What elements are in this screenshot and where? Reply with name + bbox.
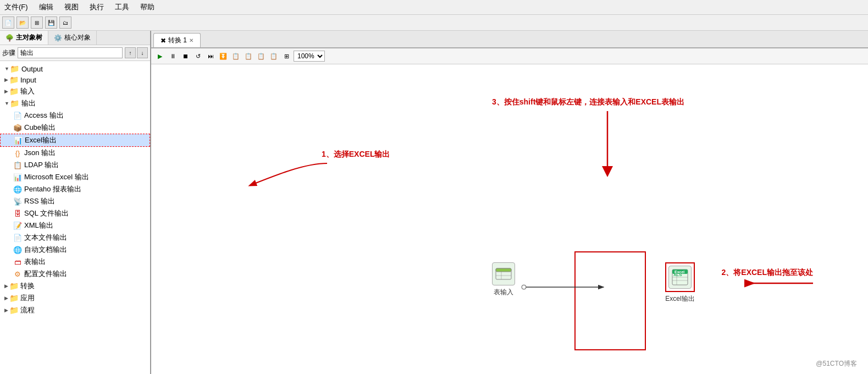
zoom-select[interactable]: 100% 75% 50% 150% (294, 51, 325, 62)
arrow-icon: ▶ (4, 295, 8, 301)
tree: ▼ 📁 Output ▶ 📁 Input ▶ 📁 输入 ▼ (0, 61, 150, 374)
tree-item-sql-output[interactable]: 🗄 SQL 文件输出 (0, 207, 150, 219)
tree-item-ldap-output[interactable]: 📋 LDAP 输出 (0, 159, 150, 171)
item-icon: 📡 (13, 197, 22, 206)
tree-item-access-output[interactable]: 📄 Access 输出 (0, 109, 150, 122)
tree-item-xml-output[interactable]: 📝 XML输出 (0, 219, 150, 232)
menu-help[interactable]: 帮助 (138, 1, 157, 13)
toolbar-save[interactable]: 💾 (45, 16, 57, 29)
item-icon: 🗄 (13, 209, 22, 218)
tree-label: Input (20, 76, 36, 84)
core-obj-label: 核心对象 (64, 33, 91, 42)
arrow-icon: ▼ (4, 66, 9, 72)
tree-label: XML输出 (24, 221, 53, 230)
item-icon: 📋 (13, 161, 22, 169)
stop-btn[interactable]: ⏹ (180, 51, 191, 62)
toolbar-save-all[interactable]: 🗂 (59, 16, 71, 29)
tree-item-json-output[interactable]: {} Json 输出 (0, 147, 150, 159)
toolbar-btn9[interactable]: 📋 (268, 51, 279, 62)
tree-item-msexcel-output[interactable]: 📊 Microsoft Excel 输出 (0, 171, 150, 183)
menu-run[interactable]: 执行 (87, 1, 106, 13)
folder-icon: 📁 (10, 99, 19, 108)
tree-item-output-cn[interactable]: ▼ 📁 输出 (0, 97, 150, 109)
node-excel-output[interactable]: XLS Excel Excel输出 (665, 262, 695, 304)
main-tree-icon: 🌳 (5, 34, 14, 42)
item-icon: 🌐 (13, 245, 22, 254)
search-buttons: ↑ ↓ (125, 47, 148, 58)
search-next-btn[interactable]: ↓ (137, 47, 148, 58)
tree-item-text-output[interactable]: 📄 文本文件输出 (0, 232, 150, 244)
tab-close-icon[interactable]: ✕ (189, 37, 193, 43)
menu-tools[interactable]: 工具 (113, 1, 131, 13)
tree-label: Microsoft Excel 输出 (24, 172, 89, 182)
tab-main-object-tree[interactable]: 🌳 主对象树 (0, 31, 48, 45)
tab-transform1[interactable]: ✖ 转换 1 ✕ (153, 33, 201, 47)
item-icon: 📊 (14, 136, 23, 145)
tree-label: RSS 输出 (24, 196, 55, 206)
toolbar-btn6[interactable]: 📋 (230, 51, 241, 62)
tree-label: SQL 文件输出 (24, 208, 69, 218)
tree-item-output-en[interactable]: ▼ 📁 Output (0, 63, 150, 74)
arrow-svg-1 (234, 158, 344, 191)
toolbar-btn10[interactable]: ⊞ (281, 51, 292, 62)
tree-item-rss-output[interactable]: 📡 RSS 输出 (0, 195, 150, 207)
tree-item-pentaho-output[interactable]: 🌐 Pentaho 报表输出 (0, 183, 150, 195)
toolbar-open[interactable]: 📂 (16, 16, 29, 29)
excel-output-icon: XLS Excel (668, 266, 692, 289)
preview-btn[interactable]: ↺ (192, 51, 203, 62)
tree-label: Cube输出 (24, 123, 56, 133)
tree-item-excel-output[interactable]: 📊 Excel输出 (0, 134, 150, 147)
tree-item-input-en[interactable]: ▶ 📁 Input (0, 74, 150, 85)
table-input-label: 表输入 (494, 288, 513, 297)
canvas-area: 1、选择EXCEL输出 3、按住shift键和鼠标左键，连接表输入和EXCEL表… (151, 64, 868, 374)
toolbar-new[interactable]: 📄 (2, 16, 14, 29)
tree-item-transform[interactable]: ▶ 📁 转换 (0, 280, 150, 292)
tree-label: 输入 (20, 86, 35, 96)
tree-label: 配置文件输出 (24, 269, 67, 279)
tree-item-table-output[interactable]: 🗃 表输出 (0, 256, 150, 268)
menu-edit[interactable]: 编辑 (37, 1, 56, 13)
tree-item-flow[interactable]: ▶ 📁 流程 (0, 304, 150, 316)
search-prev-btn[interactable]: ↑ (125, 47, 136, 58)
folder-icon: 📁 (9, 87, 18, 96)
tree-label: Json 输出 (24, 148, 56, 158)
folder-icon: 📁 (10, 64, 19, 73)
step-btn[interactable]: ⏭ (205, 51, 216, 62)
right-panel: ✖ 转换 1 ✕ ▶ ⏸ ⏹ ↺ ⏭ ⏬ 📋 📋 📋 📋 ⊞ 100% 75% … (151, 31, 868, 374)
tree-label: Output (21, 65, 43, 73)
arrow-svg-2 (602, 111, 613, 177)
menu-view[interactable]: 视图 (62, 1, 81, 13)
toolbar-btn8[interactable]: 📋 (256, 51, 267, 62)
pause-btn[interactable]: ⏸ (167, 51, 178, 62)
node-table-input[interactable]: 表输入 (492, 262, 515, 297)
tab-core-objects[interactable]: ⚙️ 核心对象 (48, 31, 97, 45)
arrow-svg-3 (747, 278, 819, 289)
tree-item-config-output[interactable]: ⚙ 配置文件输出 (0, 268, 150, 280)
toolbar-tiles[interactable]: ⊞ (31, 16, 43, 29)
search-bar: 步骤 ↑ ↓ (0, 45, 150, 61)
toolbar-btn7[interactable]: 📋 (243, 51, 254, 62)
search-input[interactable] (18, 47, 123, 58)
arrow-icon: ▼ (4, 101, 9, 106)
menu-file[interactable]: 文件(F) (2, 1, 30, 13)
drop-zone-box (574, 251, 646, 350)
item-icon: 📄 (13, 111, 22, 120)
annotation-3: 3、按住shift键和鼠标左键，连接表输入和EXCEL表输出 (492, 97, 684, 107)
tree-item-auto-doc-output[interactable]: 🌐 自动文档输出 (0, 244, 150, 256)
left-panel: 🌳 主对象树 ⚙️ 核心对象 步骤 ↑ ↓ ▼ 📁 Outpu (0, 31, 151, 374)
tree-item-app[interactable]: ▶ 📁 应用 (0, 292, 150, 304)
item-icon: 📊 (13, 173, 22, 182)
arrow-icon: ▶ (4, 77, 8, 82)
annotation-2: 2、将EXCEL输出拖至该处 (722, 268, 813, 278)
item-icon: 🌐 (13, 185, 22, 194)
tree-label: 表输出 (24, 257, 46, 267)
main-tree-label: 主对象树 (16, 33, 42, 42)
run-btn[interactable]: ▶ (154, 51, 165, 62)
launch-btn[interactable]: ⏬ (218, 51, 229, 62)
tree-item-input-cn[interactable]: ▶ 📁 输入 (0, 85, 150, 97)
canvas-toolbar: ▶ ⏸ ⏹ ↺ ⏭ ⏬ 📋 📋 📋 📋 ⊞ 100% 75% 50% 150% (151, 48, 868, 64)
tree-item-cube-output[interactable]: 📦 Cube输出 (0, 122, 150, 134)
folder-icon: 📁 (9, 294, 18, 302)
connection-arrow (518, 279, 628, 295)
tree-label: 应用 (20, 293, 35, 303)
